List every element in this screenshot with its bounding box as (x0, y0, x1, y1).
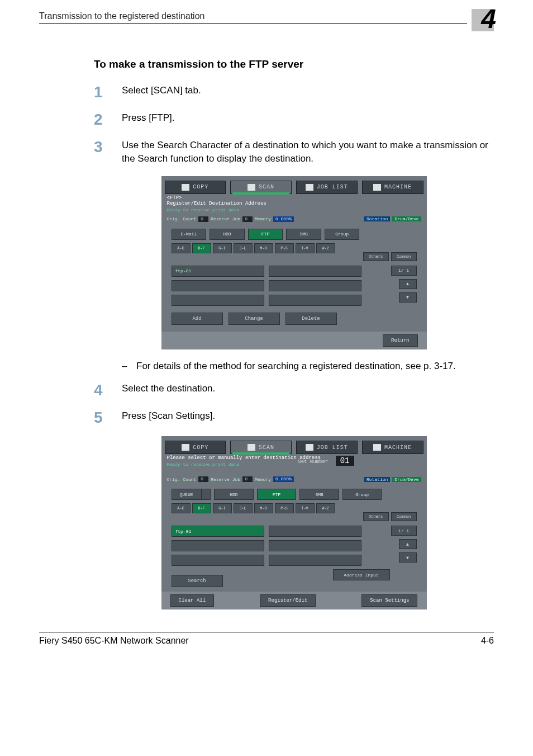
header-rule (39, 23, 467, 24)
tab-machine[interactable]: MACHINE (362, 441, 423, 454)
alpha-jl[interactable]: J-L (234, 503, 253, 513)
list-icon (306, 184, 313, 191)
section-title: To make a transmission to the FTP server (94, 58, 494, 70)
page-indicator: 1/ 1 (391, 526, 417, 536)
dest-entry-empty[interactable] (269, 295, 361, 306)
dest-entry-selected[interactable]: ftp-01 (172, 526, 264, 537)
step-number: 3 (94, 139, 122, 156)
category-hdd[interactable]: HDD (214, 489, 254, 500)
alpha-ac[interactable]: A-C (172, 503, 191, 513)
search-button[interactable]: Search (172, 575, 223, 587)
set-number-label: Set Number (298, 459, 328, 465)
drum-indicator: Drum/Deve (392, 477, 421, 482)
dest-entry-empty[interactable] (269, 526, 361, 537)
tab-scan[interactable]: SCAN (230, 441, 292, 454)
dest-entry-empty[interactable] (172, 555, 264, 566)
orig-count-label: Orig. Count (167, 477, 197, 482)
machine-icon (373, 444, 381, 451)
alpha-ps[interactable]: P-S (275, 503, 294, 513)
alpha-jl[interactable]: J-L (234, 243, 253, 253)
page-down[interactable]: ▼ (399, 292, 417, 303)
step-text: Press [FTP]. (122, 111, 174, 125)
queue-button[interactable]: QUEUE (172, 489, 202, 500)
filter-others[interactable]: Others (363, 512, 389, 521)
step-number: 5 (94, 409, 122, 427)
tab-label: SCAN (259, 184, 274, 190)
category-smb[interactable]: SMB (299, 489, 339, 500)
alpha-mo[interactable]: M-O (254, 243, 273, 253)
alpha-mo[interactable]: M-O (254, 503, 273, 513)
dest-entry-empty[interactable] (172, 540, 264, 551)
memory-label: Memory (255, 216, 271, 221)
filter-others[interactable]: Others (363, 252, 389, 261)
alpha-gi[interactable]: G-I (213, 503, 232, 513)
scan-icon (248, 184, 255, 191)
tab-scan[interactable]: SCAN (230, 181, 292, 194)
tab-label: COPY (193, 184, 208, 190)
tab-label: JOB LIST (317, 184, 348, 190)
page-up[interactable]: ▲ (399, 539, 417, 549)
dest-entry[interactable]: ftp-01 (172, 266, 264, 277)
tab-joblist[interactable]: JOB LIST (296, 181, 358, 194)
screen-title: Please select or manually enter destinat… (167, 455, 421, 461)
reserve-value: 0 (242, 476, 253, 482)
change-button[interactable]: Change (229, 313, 280, 325)
reserve-value: 0 (242, 216, 253, 222)
category-hdd[interactable]: HDD (210, 229, 245, 240)
filter-common[interactable]: Common (391, 512, 417, 521)
step-number: 1 (94, 84, 122, 101)
step-4: 4 Select the destination. (94, 382, 494, 399)
dest-entry-empty[interactable] (269, 266, 361, 277)
tab-joblist[interactable]: JOB LIST (296, 441, 358, 454)
step-3-subnote: – For details of the method for searchin… (122, 361, 494, 372)
address-input-button[interactable]: Address Input (333, 569, 390, 580)
alpha-df[interactable]: D-F (192, 243, 211, 253)
step-number: 2 (94, 111, 122, 129)
dest-entry-empty[interactable] (172, 295, 264, 306)
ready-status: Ready to receive print data (167, 462, 421, 467)
return-button[interactable]: Return (383, 334, 417, 347)
tab-machine[interactable]: MACHINE (362, 181, 423, 194)
footer-product: Fiery S450 65C-KM Network Scanner (39, 636, 189, 646)
register-edit-button[interactable]: Register/Edit (260, 594, 316, 607)
alpha-ac[interactable]: A-C (172, 243, 191, 253)
category-group[interactable]: Group (325, 229, 360, 240)
category-ftp[interactable]: FTP (248, 229, 283, 240)
delete-button[interactable]: Delete (285, 313, 337, 325)
subnote-text: For details of the method for searching … (136, 361, 456, 372)
category-smb[interactable]: SMB (286, 229, 321, 240)
page-up[interactable]: ▲ (399, 279, 417, 289)
alpha-gi[interactable]: G-I (213, 243, 232, 253)
step-text: Select the destination. (122, 382, 215, 396)
page-indicator: 1/ 1 (391, 266, 417, 276)
step-2: 2 Press [FTP]. (94, 111, 494, 129)
reserve-label: Reserve Job (211, 477, 240, 482)
tab-label: JOB LIST (317, 445, 348, 451)
alpha-tv[interactable]: T-V (296, 503, 315, 513)
category-ftp[interactable]: FTP (257, 489, 297, 500)
category-group[interactable]: Group (342, 489, 382, 500)
scan-settings-button[interactable]: Scan Settings (361, 594, 417, 607)
dest-entry-empty[interactable] (172, 280, 264, 291)
page-down[interactable]: ▼ (399, 552, 417, 563)
alpha-df[interactable]: D-F (192, 503, 211, 513)
filter-common[interactable]: Common (391, 252, 417, 261)
dest-entry-empty[interactable] (269, 280, 361, 291)
tab-label: MACHINE (384, 445, 412, 451)
tab-copy[interactable]: COPY (165, 441, 226, 454)
alpha-wz[interactable]: W-Z (316, 503, 335, 513)
scan-icon (248, 444, 255, 451)
category-email[interactable]: E-Mail (172, 229, 207, 240)
alpha-wz[interactable]: W-Z (316, 243, 335, 253)
add-button[interactable]: Add (172, 313, 223, 325)
step-3: 3 Use the Search Character of a destinat… (94, 139, 494, 166)
dest-entry-empty[interactable] (269, 555, 361, 566)
dest-entry-empty[interactable] (269, 540, 361, 551)
chapter-badge: 4 (467, 9, 494, 36)
alpha-ps[interactable]: P-S (275, 243, 294, 253)
screen-title-1: <FTP> (167, 195, 421, 201)
alpha-tv[interactable]: T-V (296, 243, 315, 253)
copy-icon (182, 184, 189, 191)
clear-all-button[interactable]: Clear All (170, 594, 215, 607)
tab-copy[interactable]: COPY (165, 181, 226, 194)
